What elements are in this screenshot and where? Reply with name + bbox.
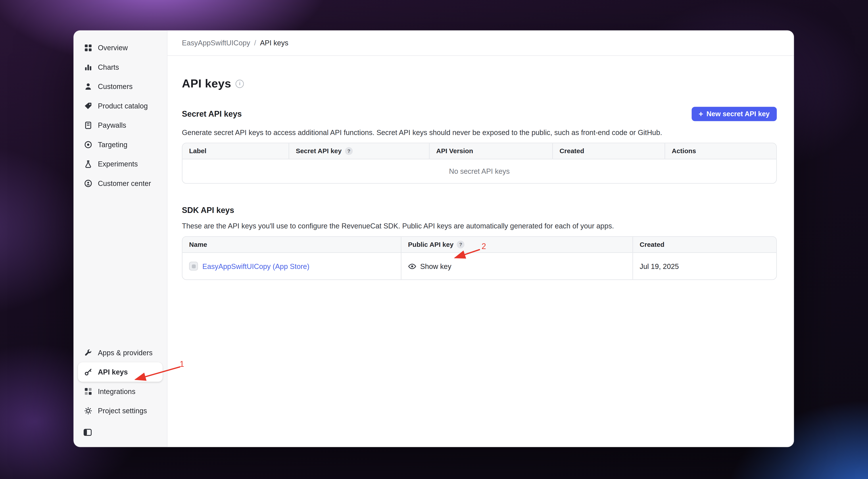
sidebar: Overview Charts Customers Product catalo… (73, 30, 167, 447)
sidebar-item-apps-providers[interactable]: Apps & providers (78, 343, 162, 362)
show-key-label: Show key (420, 262, 452, 270)
new-secret-api-key-button-label: New secret API key (707, 110, 770, 118)
sidebar-item-label: Targeting (98, 141, 127, 149)
sdk-api-keys-description: These are the API keys you'll use to con… (182, 222, 777, 230)
eye-icon (408, 262, 416, 270)
sidebar-item-project-settings[interactable]: Project settings (78, 401, 162, 420)
public-api-key-cell: Show key (401, 253, 633, 279)
api-keys-page: API keys i Secret API keys + New secret … (167, 56, 794, 280)
blocks-icon (83, 387, 92, 396)
column-header-name: Name (183, 237, 401, 252)
gear-icon (83, 407, 92, 415)
main-content: EasyAppSwiftUICopy / API keys API keys i… (167, 30, 794, 447)
help-icon[interactable]: ? (345, 147, 353, 155)
info-icon[interactable]: i (236, 80, 244, 88)
plus-icon: + (699, 110, 703, 118)
sidebar-item-label: Customer center (98, 179, 151, 187)
column-header-public-api-key: Public API key ? (401, 237, 633, 252)
sidebar-item-label: Apps & providers (98, 349, 152, 357)
column-header-api-version: API Version (430, 143, 553, 159)
table-row: EasyAppSwiftUICopy (App Store) Show key … (183, 252, 776, 279)
table-header-row: Label Secret API key ? API Version Creat… (183, 143, 776, 159)
empty-state-text: No secret API keys (183, 159, 776, 183)
secret-api-keys-heading: Secret API keys (182, 110, 242, 118)
show-key-button[interactable]: Show key (408, 262, 452, 270)
column-header-secret-api-key: Secret API key ? (289, 143, 430, 159)
tag-icon (83, 101, 92, 111)
app-icon (189, 262, 198, 270)
sidebar-item-label: Project settings (98, 407, 147, 415)
sidebar-item-integrations[interactable]: Integrations (78, 382, 162, 401)
sidebar-item-api-keys[interactable]: API keys (78, 362, 162, 382)
column-header-actions: Actions (665, 143, 776, 159)
sidebar-item-customers[interactable]: Customers (78, 77, 162, 96)
revenuecat-dashboard-window: Overview Charts Customers Product catalo… (73, 30, 794, 447)
breadcrumb: EasyAppSwiftUICopy / API keys (167, 30, 794, 56)
sidebar-item-overview[interactable]: Overview (78, 38, 162, 57)
sidebar-item-label: Experiments (98, 160, 138, 168)
sidebar-spacer (78, 193, 162, 343)
sdk-api-keys-heading: SDK API keys (182, 206, 234, 215)
created-date-cell: Jul 19, 2025 (633, 253, 776, 279)
table-header-row: Name Public API key ? Created (183, 237, 776, 252)
sidebar-item-experiments[interactable]: Experiments (78, 154, 162, 174)
app-name-cell: EasyAppSwiftUICopy (App Store) (183, 253, 401, 279)
flask-icon (83, 159, 92, 169)
headset-person-icon (83, 179, 92, 188)
person-icon (83, 82, 92, 91)
app-link[interactable]: EasyAppSwiftUICopy (App Store) (203, 262, 309, 270)
secret-api-keys-table: Label Secret API key ? API Version Creat… (182, 143, 777, 184)
breadcrumb-separator: / (254, 39, 256, 47)
sidebar-item-label: Product catalog (98, 102, 148, 110)
key-icon (83, 368, 92, 377)
sidebar-item-label: API keys (98, 368, 128, 376)
breadcrumb-project-link[interactable]: EasyAppSwiftUICopy (182, 39, 250, 47)
grid-icon (83, 43, 92, 52)
target-icon (83, 140, 92, 149)
column-header-created: Created (633, 237, 776, 252)
collapse-sidebar-icon (83, 428, 92, 438)
sidebar-item-charts[interactable]: Charts (78, 58, 162, 77)
new-secret-api-key-button[interactable]: + New secret API key (691, 107, 777, 121)
bar-chart-icon (83, 63, 92, 72)
sidebar-item-label: Integrations (98, 387, 135, 395)
sidebar-item-label: Overview (98, 43, 128, 52)
sidebar-item-paywalls[interactable]: Paywalls (78, 116, 162, 135)
column-header-created: Created (553, 143, 665, 159)
column-header-label: Label (183, 143, 289, 159)
sidebar-item-label: Charts (98, 63, 119, 71)
sdk-api-keys-table: Name Public API key ? Created EasyAppSwi… (182, 236, 777, 280)
page-title: API keys (182, 77, 231, 90)
sidebar-item-label: Customers (98, 82, 132, 91)
sidebar-item-customer-center[interactable]: Customer center (78, 174, 162, 193)
desktop: Overview Charts Customers Product catalo… (0, 0, 868, 479)
help-icon[interactable]: ? (457, 241, 465, 248)
collapse-sidebar-button[interactable] (78, 425, 162, 442)
sidebar-item-label: Paywalls (98, 121, 126, 129)
sidebar-item-targeting[interactable]: Targeting (78, 135, 162, 154)
secret-api-keys-description: Generate secret API keys to access addit… (182, 128, 777, 137)
paywall-card-icon (83, 121, 92, 130)
breadcrumb-current: API keys (260, 39, 288, 47)
wrench-icon (83, 348, 92, 357)
sidebar-item-product-catalog[interactable]: Product catalog (78, 96, 162, 116)
